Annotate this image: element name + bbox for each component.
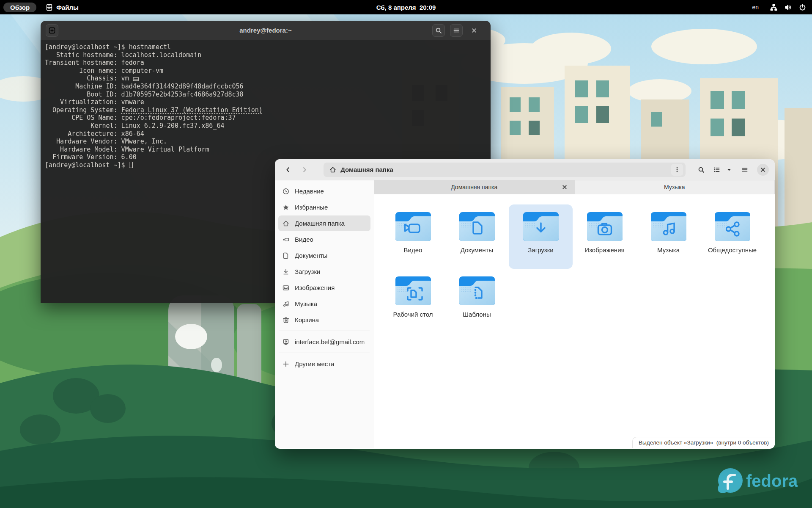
close-icon [471,27,477,34]
sidebar-item-label: Недавние [295,188,324,195]
activities-overview-button[interactable]: Обзор [3,3,36,12]
sidebar-item-другие-места[interactable]: Другие места [278,356,370,372]
terminal-hyperlink[interactable]: Fedora Linux 37 (Workstation Edition) [121,106,263,114]
fedora-wordmark: fedora [746,472,798,490]
pathbar-label: Домашняя папка [340,166,667,173]
focused-app-menu[interactable]: Файлы [46,4,79,11]
music-emblem-icon [648,209,689,243]
clock-icon [283,188,289,195]
download-emblem-icon [521,209,561,243]
focused-app-label: Файлы [56,4,79,11]
trash-icon [283,317,289,323]
sidebar-item-корзина[interactable]: Корзина [278,312,370,328]
sidebar-item-документы[interactable]: Документы [278,248,370,263]
folder-общедоступные[interactable]: Общедоступные [700,204,764,269]
sidebar-item-label: Изображения [295,284,335,291]
fedora-logo: fedora [716,467,805,494]
desktop: fedora Обзор Файлы Сб, 8 апреля 20:09 en… [0,0,812,508]
terminal-menu-button[interactable] [450,24,463,37]
sidebar-item-недавние[interactable]: Недавние [278,183,370,199]
sidebar-separator [279,331,370,331]
folder-рабочий-стол[interactable]: Рабочий стол [381,269,445,333]
folder-label: Рабочий стол [393,311,433,318]
terminal-search-button[interactable] [432,24,445,37]
search-icon [435,27,442,34]
files-window: Домашняя папка [275,159,775,449]
network-icon[interactable] [770,4,777,11]
sidebar-separator [279,353,370,353]
back-button[interactable] [281,163,295,177]
new-tab-button[interactable] [46,24,58,37]
terminal-text: [andrey@localhost ~]$ hostnamectl Static… [45,43,486,169]
folder-label: Изображения [584,246,624,254]
chevron-right-icon [301,166,308,173]
folder-label: Загрузки [528,246,553,254]
files-content: Домашняя папкаМузыка Видео Документы [374,180,775,448]
sidebar-item-музыка[interactable]: Музыка [278,296,370,312]
tab-close-button[interactable] [561,183,568,191]
terminal-cursor [129,162,133,168]
search-icon [698,166,705,173]
tab-музыка[interactable]: Музыка [575,180,775,194]
pathbar-menu-button[interactable] [671,164,683,176]
sidebar-item-label: Загрузки [295,268,320,275]
files-close-button[interactable] [757,164,769,176]
home-icon [283,220,289,227]
folder-загрузки[interactable]: Загрузки [509,204,573,269]
image-icon [283,284,289,291]
terminal-title: andrey@fedora:~ [239,27,291,34]
document-icon [283,252,289,259]
folder-шаблоны[interactable]: Шаблоны [445,269,509,333]
sidebar-item-label: Видео [295,236,313,243]
sidebar-item-interface.bel@gmail.com[interactable]: interface.bel@gmail.com [278,334,370,350]
folder-музыка[interactable]: Музыка [636,204,700,269]
files-search-button[interactable] [694,163,708,177]
sidebar-item-label: Корзина [295,316,319,323]
tab-домашняя-папка[interactable]: Домашняя папка [374,180,575,194]
chevron-left-icon [285,166,291,173]
folder-label: Документы [461,246,493,254]
divider [723,165,723,174]
tab-label: Музыка [664,184,685,190]
sidebar-item-label: Домашняя папка [295,220,345,227]
close-icon [760,166,766,173]
terminal-close-button[interactable] [468,24,480,37]
folder-изображения[interactable]: Изображения [573,204,636,269]
sidebar-item-загрузки[interactable]: Загрузки [278,264,370,279]
sidebar-item-label: interface.bel@gmail.com [295,338,365,345]
files-menu-button[interactable] [738,163,752,177]
forward-button[interactable] [298,163,312,177]
files-headerbar[interactable]: Домашняя папка [275,159,775,180]
folder-label: Шаблоны [463,311,491,318]
plus-icon [283,361,289,367]
top-bar: Обзор Файлы Сб, 8 апреля 20:09 en [0,0,812,14]
folder-grid[interactable]: Видео Документы Загрузки [374,194,775,343]
view-toggle-button[interactable] [713,163,732,177]
sidebar-item-видео[interactable]: Видео [278,232,370,247]
folder-label: Музыка [657,246,680,254]
system-status-area[interactable]: en [752,4,806,11]
clock-button[interactable]: Сб, 8 апреля 20:09 [376,4,436,11]
photo-emblem-icon [584,209,625,243]
video-emblem-icon [393,209,433,243]
power-icon[interactable] [799,4,806,11]
sidebar-item-избранные[interactable]: Избранные [278,199,370,215]
templates-emblem-icon [457,273,497,307]
chevron-down-icon [726,166,732,173]
volume-icon[interactable] [785,4,792,11]
keyboard-layout-indicator[interactable]: en [752,4,759,11]
files-app-icon [46,4,53,11]
sidebar-item-домашняя-папка[interactable]: Домашняя папка [278,215,370,231]
sidebar-item-label: Документы [295,252,327,259]
terminal-titlebar[interactable]: andrey@fedora:~ [41,21,491,40]
online-account-icon [283,339,289,345]
sidebar-item-изображения[interactable]: Изображения [278,280,370,295]
list-view-icon [713,166,720,173]
status-bar: Выделен объект «Загрузки» (внутри 0 объе… [632,437,775,448]
music-icon [283,301,289,307]
share-emblem-icon [712,209,753,243]
folder-документы[interactable]: Документы [445,204,509,269]
pathbar[interactable]: Домашняя папка [324,163,686,177]
folder-label: Видео [404,246,422,254]
folder-видео[interactable]: Видео [381,204,445,269]
